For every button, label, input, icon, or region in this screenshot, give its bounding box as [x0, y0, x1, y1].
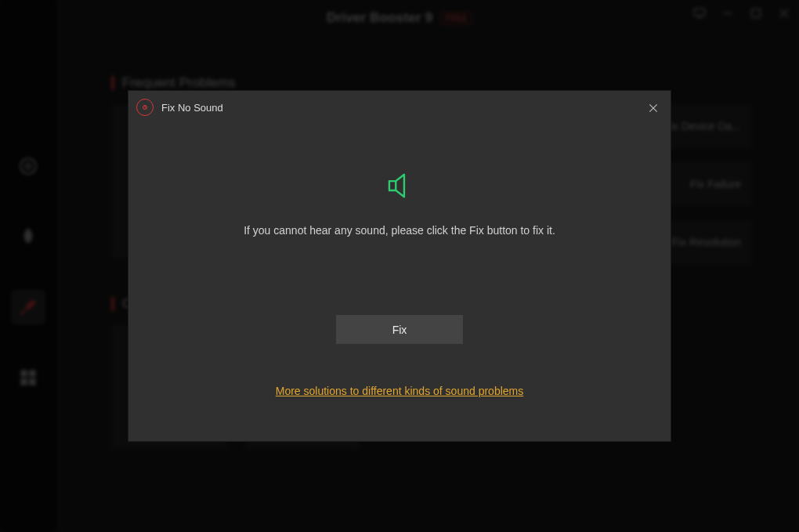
- modal-title: Fix No Sound: [161, 102, 223, 114]
- modal-close-button[interactable]: [644, 99, 663, 118]
- more-solutions-link[interactable]: More solutions to different kinds of sou…: [276, 385, 523, 397]
- app-logo-icon: [136, 99, 154, 116]
- speaker-icon: [385, 171, 414, 201]
- modal-message: If you cannot hear any sound, please cli…: [244, 224, 555, 237]
- close-icon: [648, 103, 659, 114]
- modal-header: Fix No Sound: [136, 99, 223, 116]
- fix-no-sound-dialog: Fix No Sound If you cannot hear any soun…: [128, 91, 671, 441]
- modal-body: If you cannot hear any sound, please cli…: [128, 163, 671, 441]
- fix-button[interactable]: Fix: [336, 315, 463, 344]
- svg-rect-14: [389, 181, 396, 190]
